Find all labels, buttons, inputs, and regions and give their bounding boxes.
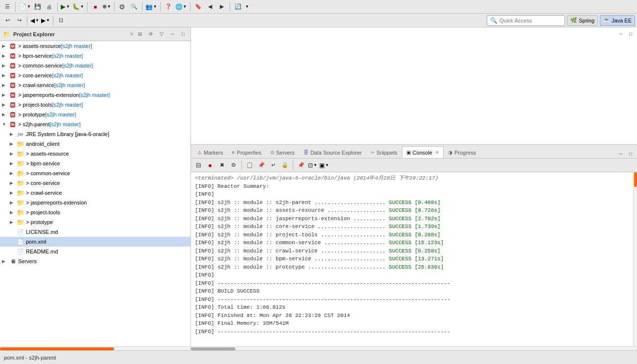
- breadcrumb-btn[interactable]: ⊡: [56, 15, 67, 26]
- nav-fwd-dropdown[interactable]: ▶▼: [41, 15, 50, 26]
- console-view-dropdown[interactable]: ⊡▼: [307, 160, 318, 171]
- tree-item-prototype[interactable]: ▶ M > prototype [s2jh master]: [0, 110, 190, 119]
- console-line-5: [INFO] s2jh :: module :: core-service ..…: [195, 223, 629, 231]
- project-label: > assets-resource: [18, 43, 61, 49]
- tree-arrow: ▶: [2, 102, 9, 107]
- update-dropdown[interactable]: ▼: [244, 1, 250, 12]
- tree-item-common-child[interactable]: ▶ 📁 > common-service: [0, 168, 190, 178]
- project-label: > jasperreports-extension: [18, 92, 79, 98]
- run-dropdown[interactable]: ▶▼: [60, 1, 71, 12]
- maximize-editor-btn[interactable]: □: [626, 29, 635, 38]
- panel-minimize-btn[interactable]: ─: [168, 30, 177, 39]
- tree-item-proto-child[interactable]: ▶ 📁 > prototype: [0, 217, 190, 227]
- bookmark-btn[interactable]: 🔖: [193, 1, 204, 12]
- tree-item-project-tools[interactable]: ▶ M > project-tools [s2jh master]: [0, 100, 190, 110]
- tab-snippets[interactable]: ✂ Snippets: [366, 146, 402, 158]
- word-wrap-btn[interactable]: ↵: [268, 160, 279, 171]
- tree-item-readme[interactable]: ▶ 📄 README.md: [0, 247, 190, 256]
- settings-console-btn[interactable]: ⚙: [228, 160, 239, 171]
- new-dropdown[interactable]: 📄▼: [18, 1, 31, 12]
- tab-servers-label: Servers: [276, 150, 295, 156]
- tree-item-jasperreports[interactable]: ▶ M > jasperreports-extension [s2jh mast…: [0, 90, 190, 100]
- redo-btn[interactable]: ↪: [14, 15, 24, 26]
- tree-item-bpm-child[interactable]: ▶ 📁 > bpm-service: [0, 159, 190, 168]
- console-vertical-scrollbar[interactable]: [633, 172, 637, 346]
- tree-item-crawl-service[interactable]: ▶ M > crawl-service [s2jh master]: [0, 80, 190, 90]
- nav-back-dropdown[interactable]: ◀▼: [30, 15, 40, 26]
- tree-item-core-child[interactable]: ▶ 📁 > core-service: [0, 178, 190, 188]
- help-btn[interactable]: ❓: [163, 1, 174, 12]
- tree-item-assets[interactable]: ▶ 📁 > assets-resource: [0, 149, 190, 159]
- tree-item-assets-resource[interactable]: ▶ M > assets-resource [s2jh master]: [0, 41, 190, 51]
- back-btn[interactable]: ◀: [205, 1, 215, 12]
- extra-dropdown[interactable]: 🌐▼: [175, 1, 188, 12]
- paste-btn[interactable]: 📌: [256, 160, 267, 171]
- disconnect-btn[interactable]: ✖: [216, 160, 227, 171]
- tab-console[interactable]: ▣ Console ✕: [402, 146, 444, 158]
- tree-item-pom[interactable]: ▶ 📄 pom.xml: [0, 237, 190, 247]
- team-dropdown[interactable]: 👥▼: [145, 1, 158, 12]
- console-close-icon: ✕: [435, 150, 439, 155]
- save-btn[interactable]: 💾: [32, 1, 43, 12]
- build-dropdown[interactable]: ⊕▼: [102, 1, 112, 12]
- tab-datasource[interactable]: 🗄 Data Source Explorer: [299, 146, 366, 158]
- horizontal-scrollbar[interactable]: [0, 346, 190, 350]
- tab-servers[interactable]: ⊙ Servers: [266, 146, 299, 158]
- terminate-btn[interactable]: ■: [205, 160, 215, 171]
- jre-label: JRE System Library [java-6-oracle]: [26, 131, 109, 137]
- update-btn[interactable]: 🔄: [233, 1, 243, 12]
- clear-console-btn[interactable]: ⊟: [193, 160, 204, 171]
- minimize-btn[interactable]: ⊟: [136, 30, 144, 39]
- tree-item-jasper-child[interactable]: ▶ 📁 > jasperreports-extension: [0, 198, 190, 207]
- search-btn[interactable]: 🔍: [129, 1, 140, 12]
- tree-item-tools-child[interactable]: ▶ 📁 > project-tools: [0, 207, 190, 217]
- maximize-console-btn[interactable]: □: [626, 149, 635, 158]
- tree-item-android[interactable]: ▶ 📁 android_client: [0, 139, 190, 149]
- tree-item-common-service[interactable]: ▶ M > common-service [s2jh master]: [0, 61, 190, 70]
- tree-arrow: ▶: [10, 171, 17, 176]
- lock-scroll-btn[interactable]: 🔒: [280, 160, 290, 171]
- tab-properties[interactable]: ≡ Properties: [228, 146, 266, 158]
- file-menu-btn[interactable]: ☰: [2, 1, 13, 12]
- tree-item-core-service[interactable]: ▶ M > core-service [s2jh master]: [0, 70, 190, 80]
- sync-btn[interactable]: ⟳: [146, 30, 155, 39]
- tools-btn[interactable]: ⚙: [117, 1, 128, 12]
- folder-label: > jasperreports-extension: [26, 200, 87, 205]
- quick-access-box[interactable]: 🔍: [487, 15, 565, 26]
- forward-btn[interactable]: ▶: [216, 1, 227, 12]
- tab-progress[interactable]: ◑ Progress: [444, 146, 480, 158]
- copy-btn[interactable]: 📋: [244, 160, 255, 171]
- debug-dropdown[interactable]: 🐛▼: [71, 1, 85, 12]
- status-bar-text: pom.xml - s2jh-parent: [4, 355, 56, 361]
- tree-item-license[interactable]: ▶ 📄 LICENSE.md: [0, 227, 190, 237]
- panel-menu-btn[interactable]: ▽: [157, 30, 166, 39]
- sep8: [230, 2, 230, 12]
- console-output: <terminated> /usr/lib/jvm/java-6-oracle/…: [191, 172, 633, 346]
- pin-btn[interactable]: 📌: [296, 160, 307, 171]
- tab-properties-label: Properties: [237, 150, 261, 156]
- spring-perspective-btn[interactable]: 🌿 Spring: [567, 15, 598, 26]
- panel-maximize-btn[interactable]: □: [179, 30, 188, 39]
- folder-label: > core-service: [26, 180, 60, 186]
- tree-item-jre[interactable]: ▶ jar JRE System Library [java-6-oracle]: [0, 129, 190, 139]
- tree-item-servers[interactable]: ▶ 🖥 Servers: [0, 256, 190, 266]
- tree-item-bpm-service[interactable]: ▶ M > bpm-service [s2jh master]: [0, 51, 190, 61]
- javaee-perspective-btn[interactable]: ☕ Java EE: [600, 15, 635, 26]
- open-console-dropdown[interactable]: ▣▼: [319, 160, 330, 171]
- project-label: > prototype: [18, 112, 45, 117]
- print-btn[interactable]: 🖨: [44, 1, 55, 12]
- minimize-editor-btn[interactable]: ─: [616, 29, 625, 38]
- servers-icon: 🖥: [9, 257, 17, 265]
- git-label: [s2jh master]: [79, 92, 110, 98]
- minimize-console-btn[interactable]: ─: [616, 149, 625, 158]
- tree-item-s2jh-parent[interactable]: ▼ M > s2jh-parent [s2jh master]: [0, 119, 190, 129]
- folder-label: > bpm-service: [26, 160, 60, 166]
- tree-arrow: ▶: [2, 53, 9, 58]
- console-horizontal-scrollbar[interactable]: [191, 346, 637, 350]
- console-line-3: [INFO] s2jh :: module :: assets-resource…: [195, 206, 629, 215]
- undo-btn[interactable]: ↩: [2, 15, 13, 26]
- quick-access-input[interactable]: [499, 18, 558, 23]
- stop-btn[interactable]: ■: [90, 1, 101, 12]
- tab-markers[interactable]: ⚠ Markers: [193, 146, 228, 158]
- tree-item-crawl-child[interactable]: ▶ 📁 > crawl-service: [0, 188, 190, 198]
